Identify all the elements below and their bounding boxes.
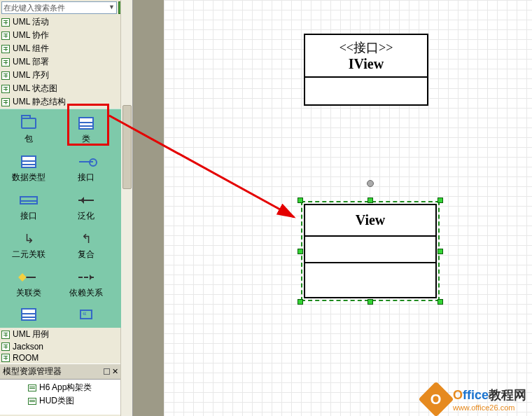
- resize-handle-se[interactable]: [438, 299, 443, 305]
- dashed-arrow-icon: [77, 270, 95, 284]
- resize-handle-ne[interactable]: [438, 197, 443, 203]
- watermark-text: Office教程网 www.office26.com: [453, 387, 526, 412]
- diagram-icon: [28, 398, 36, 405]
- resize-handle-e[interactable]: [438, 249, 443, 254]
- stencil-icon: [1, 18, 10, 27]
- watermark-url: www.office26.com: [453, 403, 526, 412]
- shape-package[interactable]: 包: [0, 111, 57, 150]
- resize-handle-sw[interactable]: [298, 299, 303, 305]
- search-placeholder: 在此键入搜索条件: [4, 3, 65, 13]
- uml-title: <<接口>> IView: [305, 35, 427, 78]
- uml-stereotype: <<接口>>: [308, 39, 424, 56]
- shape-label: 接口: [78, 172, 94, 183]
- tree-item-uml-state[interactable]: UML 状态图: [0, 82, 121, 95]
- stencil-tree-2: UML 用例 Jackson ROOM: [0, 328, 121, 363]
- shape-interface[interactable]: 接口: [0, 188, 57, 227]
- uml-name: View: [308, 212, 433, 228]
- tree-item-uml-deploy[interactable]: UML 部署: [0, 55, 121, 69]
- stencil-icon: [1, 58, 10, 67]
- rotate-handle[interactable]: [367, 180, 374, 187]
- shape-label: 二元关联: [12, 249, 46, 261]
- diagram-icon: [28, 384, 36, 391]
- class-icon: [20, 193, 38, 207]
- shape-label: 泛化: [78, 210, 94, 222]
- wm-suffix: 教程网: [489, 388, 526, 402]
- tree-label: UML 组件: [13, 43, 49, 55]
- class-icon: [20, 155, 38, 169]
- shape-class[interactable]: 类: [57, 111, 115, 150]
- model-label: H6 App构架类: [39, 382, 92, 394]
- resize-handle-w[interactable]: [298, 249, 303, 254]
- tree-item-uml-usecase[interactable]: UML 用例: [0, 328, 121, 341]
- resize-handle-n[interactable]: [368, 197, 373, 203]
- zigzag-icon: ↰: [77, 232, 95, 246]
- tree-item-uml-collab[interactable]: UML 协作: [0, 29, 121, 42]
- shape-datatype[interactable]: 数据类型: [0, 150, 57, 188]
- resize-handle-nw[interactable]: [298, 197, 303, 203]
- shape-generalization[interactable]: 泛化: [57, 188, 115, 227]
- tree-label: ROOM: [13, 353, 38, 363]
- lollipop-icon: [77, 155, 95, 169]
- tree-label: UML 活动: [13, 16, 49, 28]
- wm-rest: ffice: [463, 388, 489, 402]
- uml-name: IView: [308, 56, 424, 72]
- anchor-icon: [20, 270, 38, 284]
- shape-label: 接口: [20, 210, 37, 222]
- arrow-left-icon: [77, 193, 95, 207]
- model-item[interactable]: HUD类图: [28, 394, 121, 408]
- shape-dependency[interactable]: 依赖关系: [57, 265, 115, 304]
- package-icon: [77, 307, 95, 321]
- stencil-icon: [1, 331, 10, 339]
- uml-interface-shape[interactable]: <<接口>> IView: [304, 34, 428, 106]
- stencil-icon: [1, 342, 10, 351]
- uml-class-selection[interactable]: View: [301, 201, 440, 301]
- scroll-thumb[interactable]: [122, 105, 132, 189]
- stencil-icon: [1, 45, 10, 53]
- tree-item-jackson[interactable]: Jackson: [0, 341, 121, 352]
- tree-item-uml-static[interactable]: UML 静态结构: [0, 95, 121, 109]
- shape-label: 复合: [78, 249, 94, 261]
- tree-item-uml-sequence[interactable]: UML 序列: [0, 69, 121, 82]
- tree-label: UML 静态结构: [13, 96, 66, 108]
- shape-assoc-class[interactable]: 关联类: [0, 265, 57, 304]
- class-icon: [77, 116, 95, 130]
- wm-o: O: [453, 388, 463, 402]
- shape-label: 包: [24, 133, 33, 145]
- shapes-panel: 包 类 数据类型 接口 接口 泛化 ↳二元关联 ↰复合 关联类 依赖关系: [0, 109, 121, 328]
- tree-item-room[interactable]: ROOM: [0, 352, 121, 363]
- shape-interface-lollipop[interactable]: 接口: [57, 150, 115, 188]
- search-input[interactable]: 在此键入搜索条件 ▼: [1, 1, 117, 14]
- panel-scrollbar[interactable]: [120, 0, 132, 416]
- model-explorer-header[interactable]: 模型资源管理器 ✕: [0, 363, 121, 380]
- tree-item-uml-component[interactable]: UML 组件: [0, 42, 121, 55]
- stencil-icon: [1, 98, 10, 106]
- class-icon: [20, 307, 38, 321]
- stencil-icon: [1, 85, 10, 93]
- shape-binary-assoc[interactable]: ↳二元关联: [0, 227, 57, 265]
- shape-label: 依赖关系: [69, 287, 103, 299]
- uml-operations-section: [305, 263, 435, 294]
- tree-label: UML 协作: [13, 29, 49, 41]
- left-panel: 在此键入搜索条件 ▼ → UML 活动 UML 协作 UML 组件 UML 部署…: [0, 0, 133, 416]
- shape-label: 关联类: [16, 287, 41, 299]
- stencil-icon: [1, 71, 10, 80]
- package-icon: [20, 116, 38, 130]
- tree-label: Jackson: [13, 342, 43, 352]
- close-icon[interactable]: ✕: [112, 367, 118, 376]
- tree-item-uml-activity[interactable]: UML 活动: [0, 15, 121, 29]
- tree-label: UML 序列: [13, 69, 49, 81]
- drawing-canvas[interactable]: <<接口>> IView View: [164, 0, 532, 416]
- dropdown-icon[interactable]: ▼: [108, 4, 115, 11]
- search-row: 在此键入搜索条件 ▼ →: [0, 0, 132, 15]
- stencil-icon: [1, 354, 10, 362]
- shape-composition[interactable]: ↰复合: [57, 227, 115, 265]
- shape-extra-2[interactable]: [57, 304, 115, 325]
- resize-handle-s[interactable]: [368, 299, 373, 305]
- uml-attributes-section: [305, 237, 435, 263]
- model-label: HUD类图: [39, 395, 74, 407]
- shape-extra-1[interactable]: [0, 304, 57, 325]
- uml-section: [305, 78, 427, 104]
- model-item[interactable]: H6 App构架类: [28, 381, 121, 394]
- panel-window-icon[interactable]: [104, 368, 110, 375]
- uml-class-shape[interactable]: View: [304, 204, 437, 298]
